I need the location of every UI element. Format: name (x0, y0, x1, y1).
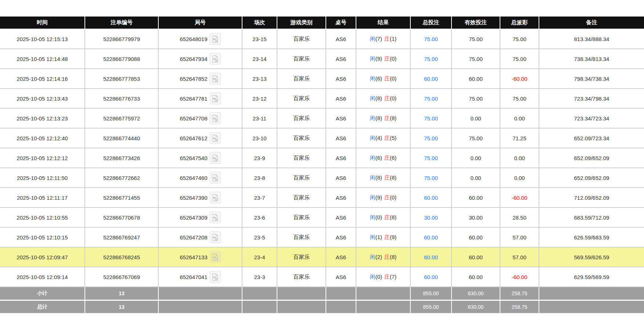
grand-total-row: 总计 13 855.00 630.00 258.75 (0, 301, 644, 313)
total-bet-value[interactable]: 75.00 (424, 155, 438, 161)
result-player-group: 闲(9) (370, 55, 382, 62)
result-banker-group: 庄(1) (384, 36, 396, 42)
empty-cell (242, 301, 277, 313)
result-banker-score: (5) (390, 135, 396, 141)
result-banker-label: 庄 (384, 95, 390, 101)
result-banker-label: 庄 (384, 135, 390, 141)
video-playback-button[interactable] (210, 132, 221, 144)
remark-cell: 569.59/626.59 (539, 248, 644, 267)
result-banker-score: (1) (390, 36, 396, 42)
empty-cell (242, 287, 277, 301)
empty-cell (539, 301, 644, 313)
result-player-score: (0) (375, 274, 382, 280)
result-player-score: (0) (375, 214, 382, 220)
total-bet-value[interactable]: 60.00 (424, 274, 438, 280)
valid-bet-cell: 0.00 (452, 148, 500, 168)
round-cell: 652647540 (159, 148, 242, 168)
total-bet-value[interactable]: 75.00 (424, 95, 438, 102)
total-bet-value[interactable]: 60.00 (424, 195, 438, 201)
payout-cell: 71.25 (500, 129, 539, 148)
video-playback-button[interactable] (210, 152, 221, 164)
time-cell: 2025-10-05 12:09:14 (0, 267, 85, 287)
video-file-icon (212, 115, 218, 122)
total-bet-value[interactable]: 30.00 (424, 214, 438, 221)
payout-cell: 0.00 (500, 148, 539, 168)
video-playback-button[interactable] (210, 93, 221, 104)
round-id-wrap: 652647852 (180, 73, 220, 84)
video-playback-button[interactable] (210, 73, 221, 84)
video-playback-button[interactable] (210, 271, 221, 283)
bet-id-cell: 522866769247 (85, 228, 159, 248)
video-playback-button[interactable] (210, 53, 221, 65)
empty-cell (356, 301, 411, 313)
time-cell: 2025-10-05 12:11:17 (0, 188, 85, 208)
remark-cell: 738.34/813.34 (539, 49, 644, 69)
result-banker-score: (8) (390, 254, 396, 260)
video-playback-button[interactable] (210, 112, 221, 124)
total-bet-cell: 60.00 (411, 69, 452, 89)
result-player-label: 闲 (370, 55, 375, 62)
total-bet-cell: 75.00 (411, 148, 452, 168)
total-bet-value[interactable]: 75.00 (424, 56, 438, 62)
bet-id-cell: 522866777853 (85, 69, 159, 89)
result-banker-score: (0) (390, 194, 396, 201)
round-cell: 652647133 (159, 248, 242, 267)
remark-cell: 626.59/683.59 (539, 228, 644, 248)
total-bet-value[interactable]: 75.00 (424, 115, 438, 122)
valid-bet-cell: 75.00 (452, 29, 500, 49)
video-playback-button[interactable] (210, 231, 221, 243)
table-row: 2025-10-05 12:09:14522866767069652647041… (0, 267, 644, 287)
result-banker-score: (0) (390, 55, 396, 62)
subtotal-total-bet: 855.00 (411, 287, 452, 301)
empty-cell (159, 301, 242, 313)
table-no-cell: AS6 (326, 29, 356, 49)
session-cell: 23-8 (242, 168, 277, 188)
remark-cell: 712.09/652.09 (539, 188, 644, 208)
session-cell: 23-5 (242, 228, 277, 248)
result-player-score: (9) (375, 55, 382, 62)
video-file-icon (212, 234, 218, 241)
result-player-group: 闲(8) (370, 115, 382, 121)
empty-cell (326, 301, 356, 313)
grand-total-total-bet: 855.00 (411, 301, 452, 313)
round-id-value: 652647781 (180, 95, 207, 102)
total-bet-cell: 75.00 (411, 49, 452, 69)
video-playback-button[interactable] (210, 251, 221, 263)
total-bet-cell: 60.00 (411, 188, 452, 208)
result-player-group: 闲(2) (370, 254, 382, 260)
video-playback-button[interactable] (210, 212, 221, 223)
round-id-value: 652647934 (180, 56, 207, 62)
subtotal-count: 13 (85, 287, 159, 301)
round-id-wrap: 652647390 (180, 192, 220, 203)
table-row: 2025-10-05 12:14:16522866777853652647852… (0, 69, 644, 89)
table-row: 2025-10-05 12:13:23522866775972652647708… (0, 109, 644, 129)
round-cell: 652647612 (159, 129, 242, 148)
total-bet-value[interactable]: 75.00 (424, 36, 438, 42)
total-bet-value[interactable]: 75.00 (424, 135, 438, 141)
time-cell: 2025-10-05 12:10:55 (0, 208, 85, 228)
col-header-remark: 备注 (539, 17, 644, 29)
result-player-group: 闲(0) (370, 214, 382, 220)
result-banker-group: 庄(0) (384, 55, 396, 62)
total-bet-value[interactable]: 60.00 (424, 254, 438, 260)
result-banker-group: 庄(6) (384, 155, 396, 161)
total-bet-value[interactable]: 75.00 (424, 175, 438, 181)
total-bet-value[interactable]: 60.00 (424, 76, 438, 82)
video-file-icon (212, 55, 218, 63)
round-id-wrap: 652647460 (180, 172, 220, 184)
valid-bet-cell: 75.00 (452, 129, 500, 148)
table-no-cell: AS6 (326, 69, 356, 89)
result-banker-group: 庄(0) (384, 75, 396, 82)
table-no-cell: AS6 (326, 267, 356, 287)
video-playback-button[interactable] (210, 172, 221, 184)
total-bet-value[interactable]: 60.00 (424, 234, 438, 241)
round-id-wrap: 652647934 (180, 53, 220, 65)
subtotal-valid-bet: 630.00 (452, 287, 500, 301)
video-playback-button[interactable] (210, 192, 221, 203)
video-playback-button[interactable] (210, 33, 221, 45)
result-banker-label: 庄 (384, 155, 390, 161)
video-file-icon (212, 273, 218, 281)
bet-id-cell: 522866771455 (85, 188, 159, 208)
result-banker-label: 庄 (384, 234, 390, 240)
game-type-cell: 百家乐 (277, 29, 326, 49)
